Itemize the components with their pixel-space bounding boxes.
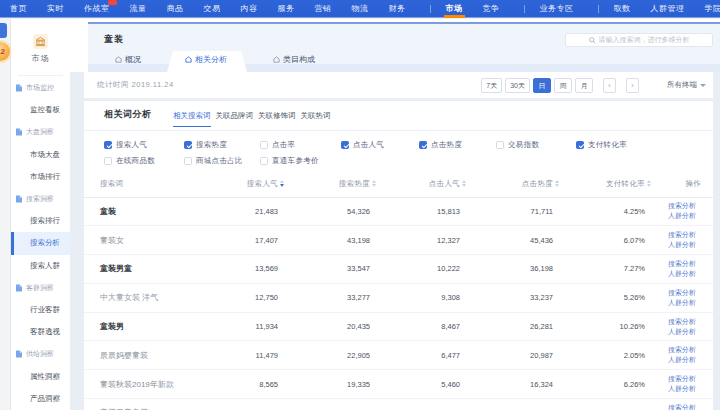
tab-label: 概况 [125, 54, 141, 65]
search-icon [589, 37, 596, 44]
topnav-item[interactable]: 物流 [352, 0, 369, 18]
metric-checkbox[interactable]: 商城点击占比 [184, 156, 260, 166]
col-header-conversion-rate[interactable]: 支付转化率 [553, 172, 645, 197]
sidebar-entry[interactable]: 搜索分析 [11, 232, 70, 254]
topnav-item[interactable]: 竞争 [483, 0, 500, 18]
floating-widget-icon[interactable] [0, 23, 7, 38]
keyword-search-input[interactable]: 请输入搜索词，进行多维分析 [565, 33, 713, 47]
subtab[interactable]: 关联修饰词 [258, 101, 296, 131]
cell-click-popularity: 6,462 [370, 399, 460, 410]
topnav-item[interactable]: 内容 [241, 0, 258, 18]
crowd-analysis-link[interactable]: 人群分析 [645, 384, 696, 394]
topnav-item[interactable]: 市场 [446, 0, 463, 18]
search-analysis-link[interactable]: 搜索分析 [645, 374, 696, 384]
sidebar-entry[interactable]: 大盘洞察 [11, 121, 70, 143]
crowd-analysis-link[interactable]: 人群分析 [645, 298, 696, 308]
metric-checkbox[interactable]: 支付转化率 [576, 140, 627, 150]
topnav-item[interactable]: 营销 [315, 0, 332, 18]
range-button[interactable]: 7天 [481, 78, 502, 93]
subtab[interactable]: 相关搜索词 [173, 101, 211, 131]
cell-click-popularity: 8,467 [370, 312, 460, 341]
next-button[interactable]: › [626, 78, 639, 93]
sidebar-entry[interactable]: 产品洞察 [11, 388, 70, 410]
search-analysis-link[interactable]: 搜索分析 [645, 201, 696, 211]
metric-checkbox[interactable]: 交易指数 [496, 140, 576, 150]
tab-category-composition[interactable]: 类目构成 [273, 53, 315, 66]
search-analysis-link[interactable]: 搜索分析 [645, 259, 696, 269]
topnav-item[interactable]: 交易 [204, 0, 221, 18]
terminal-select[interactable]: 所有终端 [667, 80, 706, 90]
prev-button[interactable]: ‹ [603, 78, 616, 93]
cell-keyword[interactable]: 童装女 [84, 226, 194, 255]
sidebar-entry[interactable]: 监控看板 [11, 99, 70, 121]
crowd-analysis-link[interactable]: 人群分析 [645, 269, 696, 279]
metric-checkbox[interactable]: 点击热度 [419, 140, 496, 150]
sidebar-entry[interactable]: 市场大盘 [11, 144, 70, 166]
table-row: 童装 21,483 54,326 15,813 71,711 4.25% 搜索分… [84, 197, 713, 226]
search-analysis-link[interactable]: 搜索分析 [645, 403, 696, 410]
cell-keyword[interactable]: 童装男 [84, 312, 194, 341]
subtab[interactable]: 关联品牌词 [216, 101, 254, 131]
search-analysis-link[interactable]: 搜索分析 [645, 230, 696, 240]
sidebar-module[interactable]: 市场 [11, 19, 70, 64]
crowd-analysis-link[interactable]: 人群分析 [645, 240, 696, 250]
range-button[interactable]: 月 [575, 78, 593, 93]
sidebar-entry[interactable]: 搜索人群 [11, 255, 70, 277]
metric-checkbox[interactable]: 搜索热度 [184, 140, 260, 150]
cell-keyword[interactable]: 童装男童冬装 [84, 399, 194, 410]
col-header-search-heat[interactable]: 搜索热度 [278, 172, 370, 197]
cell-keyword[interactable]: 童装 [84, 197, 194, 226]
topnav-item-label: 作战室 [84, 4, 110, 13]
crowd-analysis-link[interactable]: 人群分析 [645, 355, 696, 365]
crowd-analysis-link[interactable]: 人群分析 [645, 327, 696, 337]
sidebar-entry[interactable]: 行业客群 [11, 299, 70, 321]
range-button[interactable]: 周 [554, 78, 572, 93]
sidebar-entry[interactable]: 搜索排行 [11, 210, 70, 232]
cell-conversion-rate: 6.26% [553, 370, 645, 399]
sidebar-entry[interactable]: 客群透视 [11, 321, 70, 343]
metric-label: 点击热度 [431, 140, 462, 150]
sidebar-entry[interactable]: 属性洞察 [11, 365, 70, 387]
sidebar-entry[interactable]: 市场监控 [11, 77, 70, 99]
topnav-item[interactable]: 流量 [130, 0, 147, 18]
cell-keyword[interactable]: 辰辰妈婴童装 [84, 341, 194, 370]
search-analysis-link[interactable]: 搜索分析 [645, 317, 696, 327]
topnav-item[interactable]: 业务专区 [540, 0, 574, 18]
cell-keyword[interactable]: 童装男童 [84, 255, 194, 284]
cell-conversion-rate: 6.07% [553, 226, 645, 255]
topnav-item[interactable]: 财务 [389, 0, 406, 18]
metric-checkbox[interactable]: 在线商品数 [104, 156, 184, 166]
col-header-click-popularity[interactable]: 点击人气 [370, 172, 460, 197]
sidebar-entry-label: 行业客群 [30, 305, 60, 315]
metric-checkbox[interactable]: 点击率 [260, 140, 341, 150]
col-header-click-heat[interactable]: 点击热度 [460, 172, 553, 197]
col-header-search-popularity[interactable]: 搜索人气 [194, 172, 278, 197]
tab-related-analysis[interactable]: 相关分析 [185, 53, 227, 66]
search-analysis-link[interactable]: 搜索分析 [645, 345, 696, 355]
sidebar-entry[interactable]: 供给洞察 [11, 343, 70, 365]
metric-checkbox[interactable]: 搜索人气 [104, 140, 184, 150]
cell-keyword[interactable]: 童装秋装2019年新款 [84, 370, 194, 399]
topnav-item[interactable]: 取数 [614, 0, 631, 18]
range-button[interactable]: 30天 [505, 78, 530, 93]
metric-checkbox[interactable]: 直通车参考价 [260, 156, 319, 166]
sidebar-entry[interactable]: 搜索洞察 [11, 188, 70, 210]
topnav-item[interactable]: 作战室 [84, 0, 110, 18]
topnav-item[interactable]: 学院 [705, 0, 720, 18]
crowd-analysis-link[interactable]: 人群分析 [645, 211, 696, 221]
subtab[interactable]: 关联热词 [301, 101, 331, 131]
sidebar-entry-label: 客群洞察 [26, 283, 54, 293]
range-button[interactable]: 日 [533, 78, 551, 93]
topnav-item[interactable]: 商品 [167, 0, 184, 18]
search-analysis-link[interactable]: 搜索分析 [645, 288, 696, 298]
cell-keyword[interactable]: 中大童女装 洋气 [84, 283, 194, 312]
metric-checkbox[interactable]: 点击人气 [341, 140, 419, 150]
topnav-item[interactable]: 首页 [10, 0, 27, 18]
sidebar-entry[interactable]: 客群洞察 [11, 277, 70, 299]
topnav-item[interactable]: 人群管理 [651, 0, 685, 18]
tab-overview[interactable]: 概况 [115, 53, 141, 66]
topnav-item[interactable]: 服务 [278, 0, 295, 18]
sidebar-entry[interactable]: 市场排行 [11, 166, 70, 188]
topnav-item[interactable]: 实时 [47, 0, 64, 18]
metric-label: 交易指数 [508, 140, 539, 150]
